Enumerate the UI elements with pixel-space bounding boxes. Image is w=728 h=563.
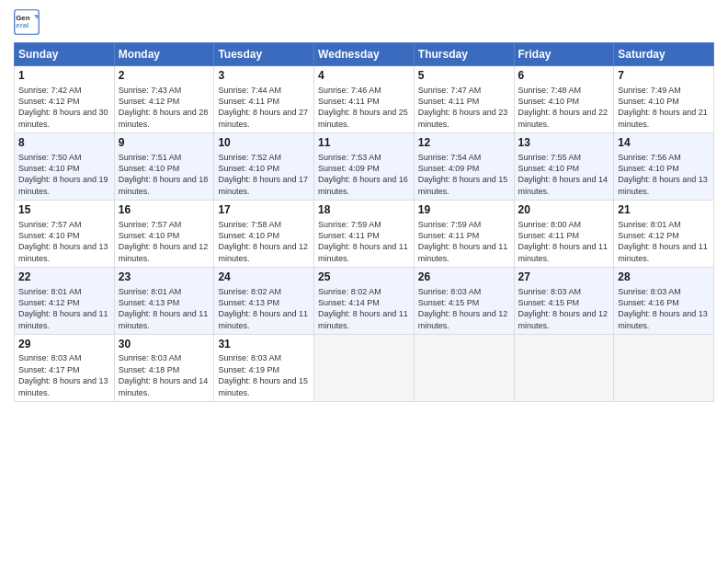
calendar-cell: 21 Sunrise: 8:01 AMSunset: 4:12 PMDaylig… [614, 200, 714, 267]
calendar-cell: 16 Sunrise: 7:57 AMSunset: 4:10 PMDaylig… [114, 200, 214, 267]
day-info: Sunrise: 7:56 AMSunset: 4:10 PMDaylight:… [618, 153, 708, 196]
day-number: 18 [318, 203, 410, 218]
day-number: 26 [418, 270, 510, 285]
day-info: Sunrise: 7:53 AMSunset: 4:09 PMDaylight:… [318, 153, 408, 196]
day-number: 8 [18, 136, 110, 151]
day-info: Sunrise: 7:52 AMSunset: 4:10 PMDaylight:… [218, 153, 308, 196]
day-info: Sunrise: 8:03 AMSunset: 4:15 PMDaylight:… [418, 287, 508, 330]
calendar-cell: 18 Sunrise: 7:59 AMSunset: 4:11 PMDaylig… [314, 200, 415, 267]
calendar-header-tuesday: Tuesday [214, 43, 314, 66]
calendar-cell: 9 Sunrise: 7:51 AMSunset: 4:10 PMDayligh… [114, 132, 214, 200]
logo: Gen eral [14, 9, 43, 35]
day-number: 15 [18, 203, 110, 218]
day-info: Sunrise: 8:03 AMSunset: 4:18 PMDaylight:… [119, 353, 209, 396]
calendar-week-5: 29 Sunrise: 8:03 AMSunset: 4:17 PMDaylig… [15, 334, 714, 401]
calendar-cell: 26 Sunrise: 8:03 AMSunset: 4:15 PMDaylig… [414, 267, 514, 334]
calendar-header-saturday: Saturday [614, 43, 714, 66]
day-number: 21 [618, 203, 710, 218]
calendar-cell: 24 Sunrise: 8:02 AMSunset: 4:13 PMDaylig… [214, 267, 314, 334]
day-number: 29 [18, 338, 110, 352]
header: Gen eral [14, 9, 714, 35]
calendar-cell: 14 Sunrise: 7:56 AMSunset: 4:10 PMDaylig… [614, 132, 714, 200]
day-info: Sunrise: 8:02 AMSunset: 4:13 PMDaylight:… [218, 287, 308, 330]
calendar-cell [314, 334, 415, 401]
calendar-cell: 22 Sunrise: 8:01 AMSunset: 4:12 PMDaylig… [15, 267, 115, 334]
calendar-cell: 28 Sunrise: 8:03 AMSunset: 4:16 PMDaylig… [614, 267, 714, 334]
day-number: 4 [318, 69, 410, 84]
day-info: Sunrise: 7:59 AMSunset: 4:11 PMDaylight:… [318, 220, 408, 263]
calendar-cell: 11 Sunrise: 7:53 AMSunset: 4:09 PMDaylig… [314, 132, 415, 200]
calendar-cell [514, 334, 614, 401]
day-number: 22 [18, 270, 110, 285]
calendar-body: 1 Sunrise: 7:42 AMSunset: 4:12 PMDayligh… [15, 66, 714, 402]
calendar-cell: 13 Sunrise: 7:55 AMSunset: 4:10 PMDaylig… [514, 132, 614, 200]
day-info: Sunrise: 7:47 AMSunset: 4:11 PMDaylight:… [418, 86, 508, 129]
day-info: Sunrise: 7:43 AMSunset: 4:12 PMDaylight:… [119, 86, 209, 129]
calendar-cell: 19 Sunrise: 7:59 AMSunset: 4:11 PMDaylig… [414, 200, 514, 267]
day-info: Sunrise: 8:03 AMSunset: 4:16 PMDaylight:… [618, 287, 708, 330]
day-info: Sunrise: 7:54 AMSunset: 4:09 PMDaylight:… [418, 153, 508, 196]
day-number: 3 [218, 69, 310, 84]
calendar-cell: 25 Sunrise: 8:02 AMSunset: 4:14 PMDaylig… [314, 267, 415, 334]
day-number: 17 [218, 203, 310, 218]
day-number: 13 [518, 136, 610, 151]
calendar-cell: 29 Sunrise: 8:03 AMSunset: 4:17 PMDaylig… [15, 334, 115, 401]
day-info: Sunrise: 7:48 AMSunset: 4:10 PMDaylight:… [518, 86, 609, 129]
calendar-cell: 6 Sunrise: 7:48 AMSunset: 4:10 PMDayligh… [514, 66, 614, 133]
calendar-week-4: 22 Sunrise: 8:01 AMSunset: 4:12 PMDaylig… [15, 267, 714, 334]
calendar-header-friday: Friday [514, 43, 614, 66]
day-info: Sunrise: 8:03 AMSunset: 4:15 PMDaylight:… [518, 287, 609, 330]
day-info: Sunrise: 7:44 AMSunset: 4:11 PMDaylight:… [218, 86, 308, 129]
day-number: 27 [518, 270, 610, 285]
svg-text:Gen: Gen [16, 14, 29, 22]
calendar-cell: 1 Sunrise: 7:42 AMSunset: 4:12 PMDayligh… [15, 66, 115, 133]
day-info: Sunrise: 8:02 AMSunset: 4:14 PMDaylight:… [318, 287, 408, 330]
day-info: Sunrise: 8:03 AMSunset: 4:19 PMDaylight:… [218, 353, 308, 396]
calendar-cell: 2 Sunrise: 7:43 AMSunset: 4:12 PMDayligh… [114, 66, 214, 133]
calendar-header-sunday: Sunday [15, 43, 115, 66]
day-info: Sunrise: 7:42 AMSunset: 4:12 PMDaylight:… [18, 86, 108, 129]
calendar-table: SundayMondayTuesdayWednesdayThursdayFrid… [14, 42, 714, 402]
day-number: 6 [518, 69, 610, 84]
calendar-header-monday: Monday [114, 43, 214, 66]
day-info: Sunrise: 7:59 AMSunset: 4:11 PMDaylight:… [418, 220, 508, 263]
svg-text:eral: eral [16, 21, 28, 29]
day-info: Sunrise: 7:57 AMSunset: 4:10 PMDaylight:… [18, 220, 108, 263]
day-number: 30 [119, 338, 210, 352]
calendar-cell: 8 Sunrise: 7:50 AMSunset: 4:10 PMDayligh… [15, 132, 115, 200]
calendar-cell: 31 Sunrise: 8:03 AMSunset: 4:19 PMDaylig… [214, 334, 314, 401]
calendar-cell: 30 Sunrise: 8:03 AMSunset: 4:18 PMDaylig… [114, 334, 214, 401]
calendar-cell: 15 Sunrise: 7:57 AMSunset: 4:10 PMDaylig… [15, 200, 115, 267]
day-info: Sunrise: 7:55 AMSunset: 4:10 PMDaylight:… [518, 153, 609, 196]
day-info: Sunrise: 7:50 AMSunset: 4:10 PMDaylight:… [18, 153, 108, 196]
day-info: Sunrise: 8:01 AMSunset: 4:13 PMDaylight:… [119, 287, 209, 330]
calendar-cell [414, 334, 514, 401]
calendar-cell: 27 Sunrise: 8:03 AMSunset: 4:15 PMDaylig… [514, 267, 614, 334]
day-info: Sunrise: 8:03 AMSunset: 4:17 PMDaylight:… [18, 353, 108, 396]
day-info: Sunrise: 8:01 AMSunset: 4:12 PMDaylight:… [618, 220, 708, 263]
calendar-cell: 10 Sunrise: 7:52 AMSunset: 4:10 PMDaylig… [214, 132, 314, 200]
calendar-header-thursday: Thursday [414, 43, 514, 66]
calendar-cell: 3 Sunrise: 7:44 AMSunset: 4:11 PMDayligh… [214, 66, 314, 133]
day-info: Sunrise: 7:57 AMSunset: 4:10 PMDaylight:… [119, 220, 209, 263]
calendar-cell: 23 Sunrise: 8:01 AMSunset: 4:13 PMDaylig… [114, 267, 214, 334]
calendar-cell: 7 Sunrise: 7:49 AMSunset: 4:10 PMDayligh… [614, 66, 714, 133]
day-number: 31 [218, 338, 310, 352]
day-number: 11 [318, 136, 410, 151]
day-number: 16 [119, 203, 210, 218]
day-info: Sunrise: 7:51 AMSunset: 4:10 PMDaylight:… [119, 153, 209, 196]
day-info: Sunrise: 8:00 AMSunset: 4:11 PMDaylight:… [518, 220, 609, 263]
logo-icon: Gen eral [14, 9, 40, 35]
day-info: Sunrise: 7:58 AMSunset: 4:10 PMDaylight:… [218, 220, 308, 263]
day-number: 10 [218, 136, 310, 151]
calendar-header-wednesday: Wednesday [314, 43, 415, 66]
day-number: 23 [119, 270, 210, 285]
day-info: Sunrise: 7:46 AMSunset: 4:11 PMDaylight:… [318, 86, 408, 129]
day-number: 14 [618, 136, 710, 151]
day-number: 5 [418, 69, 510, 84]
calendar-header-row: SundayMondayTuesdayWednesdayThursdayFrid… [15, 43, 714, 66]
calendar-cell: 20 Sunrise: 8:00 AMSunset: 4:11 PMDaylig… [514, 200, 614, 267]
day-number: 7 [618, 69, 710, 84]
day-number: 25 [318, 270, 410, 285]
calendar-cell: 5 Sunrise: 7:47 AMSunset: 4:11 PMDayligh… [414, 66, 514, 133]
